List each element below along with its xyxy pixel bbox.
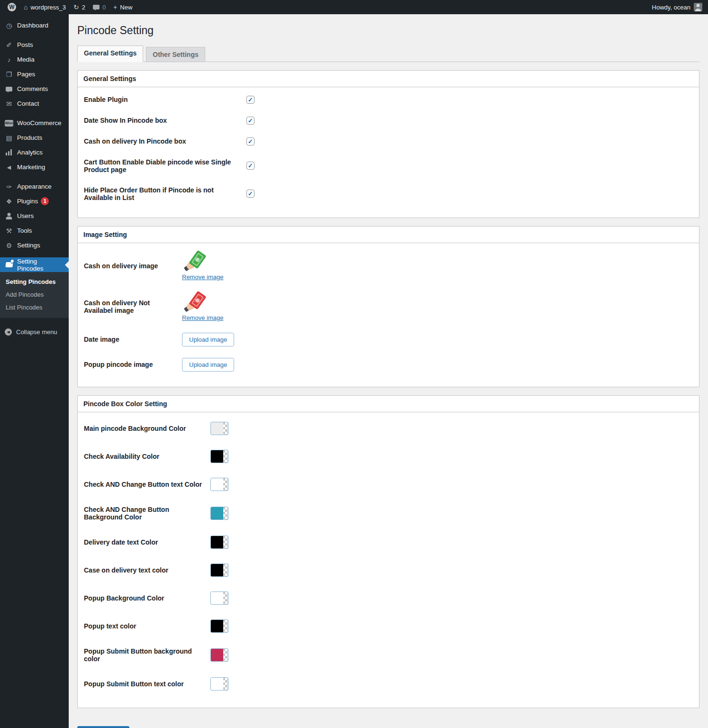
sidebar-item-posts[interactable]: ✐Posts	[0, 37, 69, 52]
general-settings-box: General Settings Enable Plugin✓Date Show…	[77, 70, 699, 218]
sidebar-item-settings[interactable]: ⚙Settings	[0, 238, 69, 253]
tab-other-settings[interactable]: Other Settings	[146, 47, 205, 62]
sidebar-submenu: Setting PincodesAdd PincodesList Pincode…	[0, 272, 69, 318]
sidebar-item-analytics[interactable]: Analytics	[0, 145, 69, 160]
setting-row: Check AND Change Button Background Color	[78, 499, 699, 528]
color-swatch-case-on-delivery-text-color[interactable]	[210, 564, 228, 577]
checkbox-enable-plugin[interactable]: ✓	[246, 96, 254, 104]
sidebar-item-label: Appearance	[17, 183, 52, 190]
sidebar-item-woocommerce[interactable]: WooWooCommerce	[0, 116, 69, 130]
admin-bar: W ⌂ wordpress_3 ↻ 2 0 + New Howdy, ocean	[0, 0, 708, 14]
site-link[interactable]: ⌂ wordpress_3	[20, 0, 70, 14]
remove-image-link[interactable]: Remove image	[182, 314, 223, 321]
admin-sidebar: ◷Dashboard✐Posts♪Media❐PagesComments✉Con…	[0, 14, 69, 728]
checkbox-hide-place-order-button-if-pincode-is-not-available-in-list[interactable]: ✓	[246, 190, 254, 198]
color-swatch-check-and-change-button-background-color[interactable]	[210, 507, 228, 520]
sidebar-item-comments[interactable]: Comments	[0, 82, 69, 96]
sidebar-item-appearance[interactable]: ✑Appearance	[0, 179, 69, 194]
plugins-badge: 1	[41, 197, 49, 205]
megaphone-icon: ◄	[5, 164, 13, 171]
checkbox-date-show-in-pincode-box[interactable]: ✓	[246, 117, 254, 125]
sidebar-item-setting-pincodes[interactable]: Setting Pincodes	[0, 257, 69, 272]
setting-row: Date Show In Pincode box✓	[78, 110, 699, 131]
upload-image-button-popup-pincode-image[interactable]: Upload image	[182, 358, 234, 372]
sidebar-item-tools[interactable]: ⚒Tools	[0, 223, 69, 238]
sidebar-item-label: Media	[17, 56, 35, 63]
settings-icon: ⚙	[5, 242, 13, 249]
sidebar-item-contact[interactable]: ✉Contact	[0, 96, 69, 111]
howdy-text: Howdy, ocean	[652, 4, 690, 11]
account-menu[interactable]: Howdy, ocean	[652, 0, 708, 14]
sidebar-item-label: Analytics	[17, 149, 43, 156]
remove-image-link[interactable]: Remove image	[182, 273, 223, 281]
sidebar-item-pages[interactable]: ❐Pages	[0, 67, 69, 82]
sidebar-item-dashboard[interactable]: ◷Dashboard	[0, 18, 69, 33]
submenu-item-list-pincodes[interactable]: List Pincodes	[0, 301, 69, 314]
updates-button[interactable]: ↻ 2	[70, 0, 89, 14]
envelope-icon: ✉	[5, 100, 13, 108]
comments-button[interactable]: 0	[89, 0, 109, 14]
upload-image-button-date-image[interactable]: Upload image	[182, 333, 234, 346]
setting-label: Date Show In Pincode box	[84, 117, 246, 124]
sidebar-item-products[interactable]: ▤Products	[0, 130, 69, 145]
color-swatch-main-pincode-background-color[interactable]	[210, 422, 228, 435]
submenu-item-setting-pincodes[interactable]: Setting Pincodes	[0, 275, 69, 288]
sidebar-item-label: Posts	[17, 41, 33, 48]
save-changes-button[interactable]: Save changes	[77, 726, 129, 728]
setting-label: Cash on delivery image	[84, 262, 182, 270]
sidebar-item-plugins[interactable]: ❖Plugins1	[0, 194, 69, 209]
pages-icon: ❐	[5, 71, 13, 78]
color-swatch-popup-submit-button-background-color[interactable]	[210, 648, 228, 662]
sidebar-item-label: Contact	[17, 100, 39, 107]
sidebar-item-media[interactable]: ♪Media	[0, 52, 69, 67]
new-content-button[interactable]: + New	[109, 0, 136, 14]
setting-label: Main pincode Background Color	[84, 425, 210, 432]
submenu-item-add-pincodes[interactable]: Add Pincodes	[0, 288, 69, 301]
site-name: wordpress_3	[30, 4, 65, 11]
page-title: Pincode Setting	[77, 14, 699, 38]
image-setting-header: Image Setting	[78, 227, 699, 243]
sidebar-item-marketing[interactable]: ◄Marketing	[0, 160, 69, 174]
setting-row: Popup Submit Button background color	[78, 640, 699, 670]
map-pin-icon	[5, 262, 13, 267]
setting-label: Date image	[84, 336, 182, 343]
color-swatch-delivery-date-text-color[interactable]	[210, 536, 228, 549]
image-setting-rows: Cash on delivery imageRemove imageCash o…	[78, 243, 699, 387]
setting-label: Check AND Change Button Background Color	[84, 506, 210, 521]
sidebar-item-label: Dashboard	[17, 22, 48, 29]
collapse-menu-button[interactable]: ◀ Collapse menu	[0, 325, 69, 339]
appearance-icon: ✑	[5, 183, 13, 191]
setting-label: Popup text color	[84, 622, 210, 630]
setting-label: Popup Background Color	[84, 594, 210, 602]
sidebar-item-users[interactable]: Users	[0, 209, 69, 223]
color-swatch-popup-text-color[interactable]	[210, 619, 228, 633]
checkbox-cash-on-delivery-in-pincode-box[interactable]: ✓	[246, 137, 254, 146]
setting-row: Popup pincode imageUpload image	[78, 352, 699, 377]
color-swatch-popup-background-color[interactable]	[210, 592, 228, 605]
sidebar-menu: ◷Dashboard✐Posts♪Media❐PagesComments✉Con…	[0, 18, 69, 318]
collapse-menu-label: Collapse menu	[16, 328, 57, 336]
setting-label: Hide Place Order Button if Pincode is no…	[84, 186, 246, 201]
general-settings-rows: Enable Plugin✓Date Show In Pincode box✓C…	[78, 87, 699, 218]
checkbox-cart-button-enable-diable-pincode-wise-single-product-page[interactable]: ✓	[246, 162, 254, 170]
setting-row: Check AND Change Button text Color	[78, 471, 699, 499]
media-icon: ♪	[5, 56, 13, 64]
color-swatch-popup-submit-button-text-color[interactable]	[210, 677, 228, 691]
sidebar-item-label: Comments	[17, 85, 48, 92]
cash-in-hand-red-icon	[185, 292, 208, 313]
sidebar-item-label: Products	[17, 134, 42, 141]
plugins-icon: ❖	[5, 198, 13, 205]
collapse-arrow-icon: ◀	[5, 328, 12, 336]
image-control: Remove image	[182, 292, 223, 321]
new-label: New	[120, 4, 132, 11]
admin-bar-left: W ⌂ wordpress_3 ↻ 2 0 + New	[0, 0, 136, 14]
tab-general-settings[interactable]: General Settings	[77, 46, 143, 62]
pincode-color-header: Pincode Box Color Setting	[78, 396, 699, 412]
sidebar-item-label: Tools	[17, 227, 32, 234]
comments-count: 0	[102, 4, 106, 11]
tab-bar: General SettingsOther Settings	[77, 46, 699, 62]
color-swatch-check-and-change-button-text-color[interactable]	[210, 478, 228, 491]
setting-row: Cash on delivery In Pincode box✓	[78, 131, 699, 152]
wordpress-menu-button[interactable]: W	[4, 0, 20, 14]
color-swatch-check-availability-color[interactable]	[210, 450, 228, 463]
